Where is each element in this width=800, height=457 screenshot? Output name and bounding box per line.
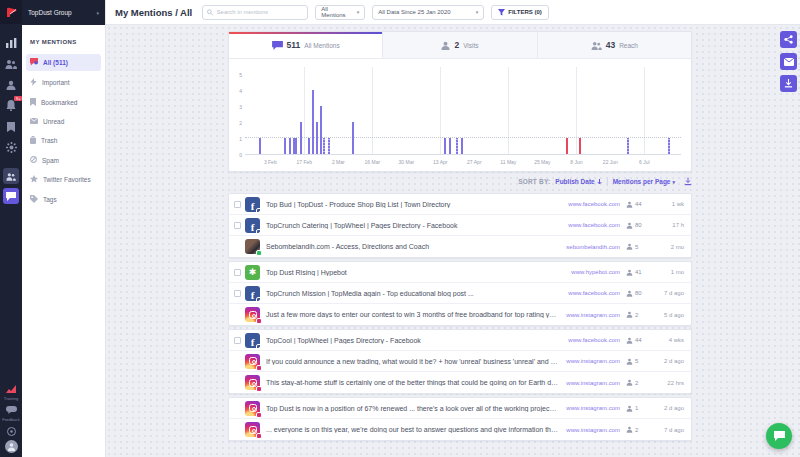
mention-row[interactable]: ✱Top Dust Rising | Hypebotwww.hypebot.co…	[229, 262, 691, 283]
training-icon[interactable]	[0, 383, 22, 395]
email-report-button[interactable]	[780, 53, 797, 70]
export-button[interactable]	[780, 75, 797, 92]
mention-row[interactable]: ... everyone is on this year, we're doin…	[229, 419, 691, 440]
settings-icon[interactable]	[0, 137, 22, 158]
sidebar-item-spam[interactable]: Spam	[26, 152, 101, 168]
mention-bar[interactable]	[320, 106, 322, 154]
per-page-value: Mentions per Page	[613, 178, 671, 185]
app-logo[interactable]	[0, 0, 22, 24]
user-avatar[interactable]	[5, 440, 18, 453]
mentions-filter-dropdown[interactable]: All Mentions ▾	[315, 5, 365, 20]
profile-icon[interactable]	[0, 74, 22, 95]
mention-source-link[interactable]: www.facebook.com	[568, 290, 620, 296]
sidebar-item-important[interactable]: Important	[26, 74, 101, 91]
facebook-badge-icon	[256, 297, 260, 301]
row-checkbox[interactable]	[234, 269, 241, 276]
mention-source-link[interactable]: www.facebook.com	[568, 222, 620, 228]
mention-bar[interactable]	[289, 138, 291, 154]
sidebar-item-label: Tags	[43, 196, 57, 203]
reach-count: 44	[635, 201, 642, 207]
row-checkbox[interactable]	[234, 222, 241, 229]
search-box[interactable]	[202, 5, 308, 20]
mention-source-link[interactable]: www.facebook.com	[568, 337, 620, 343]
mention-meta: www.facebook.com8017 h	[568, 222, 684, 229]
mention-row[interactable]: Top Dust is now in a position of 67% ren…	[229, 398, 691, 419]
mention-source-link[interactable]: www.instagram.com	[566, 312, 620, 318]
sort-value-dropdown[interactable]: Publish Date	[555, 178, 601, 185]
mention-bar[interactable]	[295, 138, 297, 154]
date-range-dropdown[interactable]: All Data Since 25 Jan 2020 ▾	[372, 5, 484, 20]
facebook-icon: f	[245, 218, 260, 233]
mention-title: Just a few more days to enter our contes…	[266, 311, 558, 318]
sidebar-item-all[interactable]: All (511)	[26, 54, 101, 71]
mention-source-link[interactable]: sebombelandih.com	[566, 244, 620, 250]
reports-icon[interactable]	[0, 116, 22, 137]
mentions-icon[interactable]	[3, 188, 19, 204]
help-icon[interactable]	[0, 425, 22, 437]
mention-bar[interactable]	[328, 138, 330, 154]
mention-bar[interactable]	[456, 138, 458, 154]
mention-bar[interactable]	[312, 90, 314, 154]
reach-icon	[626, 222, 633, 229]
group-selector[interactable]: TopDust Group ▾	[22, 0, 105, 25]
mention-row[interactable]: fTopCool | TopWheel | Pages Directory - …	[229, 330, 691, 351]
team-icon[interactable]	[0, 53, 22, 74]
sidebar-item-bookmarked[interactable]: Bookmarked	[26, 94, 101, 111]
per-page-dropdown[interactable]: Mentions per Page ▾	[613, 178, 675, 185]
mention-bar[interactable]	[566, 138, 568, 154]
chevron-down-icon: ▾	[96, 10, 99, 16]
mention-source-link[interactable]: www.instagram.com	[566, 405, 620, 411]
mention-row[interactable]: fTopCrunch Catering | TopWheel | Pages D…	[229, 215, 691, 236]
mention-source-link[interactable]: www.instagram.com	[566, 358, 620, 364]
analytics-icon[interactable]	[0, 32, 22, 53]
sidebar-item-twitter-favorites[interactable]: Twitter Favorites	[26, 171, 101, 188]
chat-widget-button[interactable]	[766, 423, 792, 449]
tab-reach[interactable]: 43Reach	[538, 32, 691, 58]
sidebar-item-unread[interactable]: Unread	[26, 114, 101, 129]
mention-bar[interactable]	[444, 138, 446, 154]
mention-bar[interactable]	[627, 138, 629, 154]
search-input[interactable]	[217, 9, 304, 15]
mention-source-link[interactable]: www.hypebot.com	[571, 269, 620, 275]
training-label: Training	[4, 396, 18, 401]
mention-row[interactable]: Sebombelandih.com - Access, Directions a…	[229, 236, 691, 257]
facebook-badge-icon	[256, 208, 260, 212]
tab-visits[interactable]: 2Visits	[383, 32, 537, 58]
reach-icon	[626, 405, 633, 412]
mention-bar[interactable]	[579, 138, 581, 154]
instagram-icon	[245, 422, 260, 437]
mention-source-link[interactable]: www.facebook.com	[568, 201, 620, 207]
download-list-button[interactable]	[684, 177, 692, 186]
filters-button[interactable]: FILTERS (0)	[491, 5, 549, 20]
sidebar-item-label: Bookmarked	[41, 99, 78, 106]
mention-bar[interactable]	[352, 122, 354, 154]
mentions-sidebar: TopDust Group ▾ MY MENTIONS All (511)Imp…	[22, 0, 106, 457]
row-checkbox[interactable]	[234, 337, 241, 344]
feedback-icon[interactable]	[0, 404, 22, 416]
tab-all-mentions[interactable]: 511All Mentions	[229, 32, 383, 58]
mention-bar[interactable]	[300, 122, 302, 154]
mention-bar[interactable]	[316, 122, 318, 154]
notifications-icon[interactable]: 9+	[0, 95, 22, 116]
trash-icon	[30, 136, 36, 145]
row-checkbox[interactable]	[234, 201, 241, 208]
mention-bar[interactable]	[284, 138, 286, 154]
mention-source-link[interactable]: www.instagram.com	[566, 427, 620, 433]
mention-row[interactable]: fTopCrunch Mission | TopMedia again - To…	[229, 283, 691, 304]
mention-bar[interactable]	[668, 138, 670, 154]
mention-source-link[interactable]: www.instagram.com	[566, 380, 620, 386]
share-button[interactable]	[780, 31, 797, 48]
mention-bar[interactable]	[461, 138, 463, 154]
mention-bar[interactable]	[449, 138, 451, 154]
mention-bar[interactable]	[323, 138, 325, 154]
mention-row[interactable]: Just a few more days to enter our contes…	[229, 304, 691, 325]
mention-bar[interactable]	[308, 138, 310, 154]
mention-row[interactable]: If you could announce a new trading, wha…	[229, 351, 691, 372]
row-checkbox[interactable]	[234, 290, 241, 297]
sidebar-item-tags[interactable]: Tags	[26, 191, 101, 208]
mention-row[interactable]: This stay-at-home stuff is certainly one…	[229, 372, 691, 393]
mention-row[interactable]: fTop Bud | TopDust - Produce Shop Big Li…	[229, 194, 691, 215]
community-icon[interactable]	[3, 168, 19, 184]
mention-bar[interactable]	[259, 138, 261, 154]
sidebar-item-trash[interactable]: Trash	[26, 132, 101, 149]
